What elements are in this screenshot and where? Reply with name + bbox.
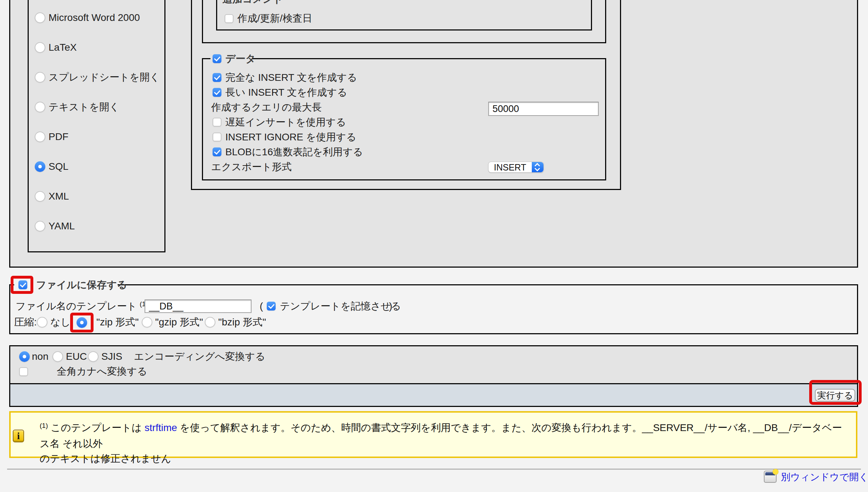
encoding-label-euc[interactable]: EUC	[66, 350, 87, 364]
format-label-xml[interactable]: XML	[49, 189, 69, 203]
compression-label-none[interactable]: なし	[50, 315, 71, 329]
delayed-inserts-checkbox[interactable]	[213, 118, 221, 127]
format-label-word[interactable]: Microsoft Word 2000	[49, 11, 140, 25]
data-fieldset-line-left	[202, 58, 210, 59]
remember-template-checkbox[interactable]	[267, 302, 276, 311]
hex-blob-label[interactable]: BLOBに16進数表記を利用する	[225, 145, 363, 159]
save-to-file-legend: ファイルに保存する	[36, 278, 127, 292]
format-label-yaml[interactable]: YAML	[49, 219, 75, 233]
creation-dates-checkbox[interactable]	[225, 14, 233, 23]
notice-line-1: (1) このテンプレートは strftime を使って解釈されます。そのため、時…	[40, 420, 851, 451]
format-radio-sql[interactable]	[35, 161, 45, 172]
filename-template-label: ファイル名のテンプレート (1):	[16, 299, 151, 314]
filename-template-text: ファイル名のテンプレート	[16, 301, 137, 312]
format-radio-latex[interactable]	[35, 42, 45, 53]
encoding-convert-label: エンコーディングへ変換する	[134, 350, 265, 364]
format-label-sql[interactable]: SQL	[49, 160, 68, 174]
bottom-divider	[7, 469, 861, 470]
kana-convert-label[interactable]: 全角カナへ変換する	[57, 364, 147, 379]
save-to-file-checkbox[interactable]	[18, 280, 27, 289]
extended-inserts-checkbox[interactable]	[213, 88, 221, 97]
format-radio-yaml[interactable]	[35, 221, 45, 231]
format-list-fieldset	[28, 0, 165, 252]
data-fieldset-line-right	[252, 58, 606, 59]
compression-label-zip[interactable]: "zip 形式"	[96, 315, 139, 329]
format-label-text[interactable]: テキストを開く	[49, 100, 119, 114]
remember-close-paren: )	[389, 299, 392, 313]
encoding-radio-sjis[interactable]	[88, 351, 98, 362]
format-radio-word[interactable]	[35, 12, 45, 23]
compression-radio-bzip[interactable]	[205, 317, 215, 328]
export-type-value: INSERT	[494, 162, 526, 173]
complete-inserts-checkbox[interactable]	[213, 73, 221, 82]
notice-sup: (1)	[40, 422, 48, 429]
save-fieldset-line-right	[118, 284, 858, 285]
select-stepper-icon	[532, 162, 543, 172]
comments-legend: 追加コメント	[222, 0, 283, 6]
format-label-spreadsheet[interactable]: スプレッドシートを開く	[49, 70, 160, 84]
notice-line-2: のテキストは修正されません	[40, 451, 851, 466]
new-window-icon	[764, 471, 777, 483]
remember-template-label[interactable]: テンプレートを記憶させる	[280, 299, 401, 313]
kana-convert-checkbox[interactable]	[19, 367, 28, 376]
format-label-pdf[interactable]: PDF	[49, 130, 68, 144]
export-type-select[interactable]: INSERT	[488, 162, 544, 173]
encoding-radio-non[interactable]	[19, 351, 30, 362]
filename-template-input[interactable]	[145, 300, 252, 313]
data-legend: データ	[225, 52, 255, 66]
max-query-label: 作成するクエリの最大長	[211, 100, 322, 114]
data-legend-checkbox[interactable]	[213, 54, 221, 63]
export-page: Microsoft Word 2000 LaTeX スプレッドシートを開く テキ…	[0, 0, 868, 492]
compression-radio-gzip[interactable]	[142, 317, 152, 328]
compression-radio-none[interactable]	[37, 317, 47, 328]
insert-ignore-label[interactable]: INSERT IGNORE を使用する	[225, 130, 356, 144]
execute-button-highlight	[809, 380, 862, 405]
compression-radio-zip[interactable]	[77, 317, 87, 328]
export-type-label: エクスポート形式	[211, 160, 292, 174]
template-notice-text: (1) このテンプレートは strftime を使って解釈されます。そのため、時…	[40, 420, 851, 466]
encoding-label-sjis[interactable]: SJIS	[101, 350, 122, 364]
format-radio-xml[interactable]	[35, 191, 45, 202]
remember-open-paren: (	[260, 299, 263, 313]
footer-bar	[9, 384, 858, 407]
encoding-label-non[interactable]: non	[32, 350, 49, 364]
encoding-radio-euc[interactable]	[52, 351, 63, 362]
compression-label: 圧縮:	[14, 315, 37, 329]
format-radio-pdf[interactable]	[35, 132, 45, 142]
creation-dates-label[interactable]: 作成/更新/検査日	[237, 11, 312, 26]
hex-blob-checkbox[interactable]	[213, 147, 221, 156]
insert-ignore-checkbox[interactable]	[213, 133, 221, 141]
compression-label-bzip[interactable]: "bzip 形式"	[218, 315, 266, 329]
max-query-input[interactable]	[488, 102, 599, 116]
notice-pre: このテンプレートは	[48, 422, 145, 433]
strftime-link[interactable]: strftime	[145, 422, 177, 433]
new-window-icon-dot	[773, 469, 778, 475]
open-new-window-link[interactable]: 別ウィンドウで開く	[781, 470, 868, 484]
extended-inserts-label[interactable]: 長い INSERT 文を作成する	[225, 85, 347, 100]
format-radio-spreadsheet[interactable]	[35, 72, 45, 83]
format-label-latex[interactable]: LaTeX	[49, 40, 77, 55]
format-radio-text[interactable]	[35, 102, 45, 112]
complete-inserts-label[interactable]: 完全な INSERT 文を作成する	[225, 71, 357, 85]
compression-label-gzip[interactable]: "gzip 形式"	[155, 315, 203, 329]
delayed-inserts-label[interactable]: 遅延インサートを使用する	[225, 115, 346, 129]
info-icon: i	[13, 430, 24, 442]
